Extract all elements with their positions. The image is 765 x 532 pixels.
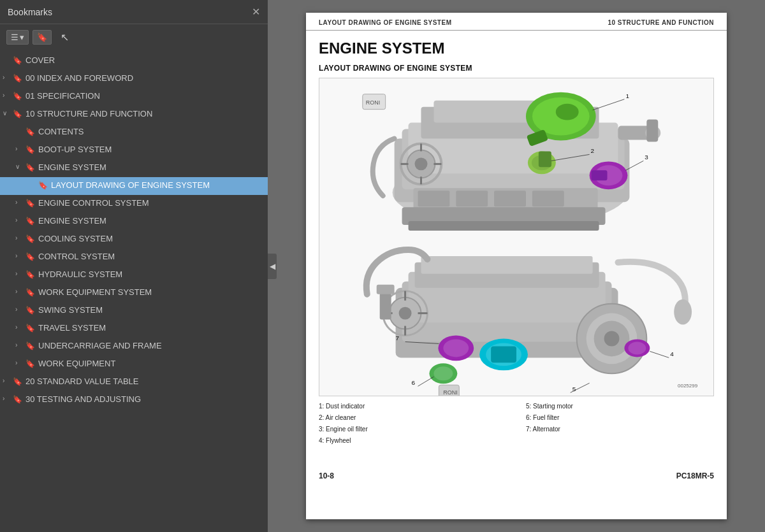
header-right-text: 10 STRUCTURE AND FUNCTION: [608, 19, 714, 26]
expand-arrow-icon: ›: [15, 270, 24, 277]
svg-rect-57: [491, 346, 516, 363]
section-title: LAYOUT DRAWING OF ENGINE SYSTEM: [319, 64, 714, 73]
svg-point-27: [415, 157, 428, 170]
bookmark-icon-toolbar: 🔖: [37, 32, 47, 42]
bookmark-flag-icon: 🔖: [26, 270, 34, 279]
svg-point-46: [399, 307, 412, 320]
engine-svg: 1 2 3: [319, 78, 713, 396]
bookmark-item-workequip[interactable]: ›🔖WORK EQUIPMENT SYSTEM: [0, 284, 268, 302]
document-page: LAYOUT DRAWING OF ENGINE SYSTEM 10 STRUC…: [306, 13, 727, 519]
legend-item: 1: Dust indicator: [319, 401, 507, 412]
bookmark-flag-icon: 🔖: [26, 234, 34, 243]
svg-line-10: [593, 99, 625, 110]
bookmark-flag-icon: 🔖: [13, 74, 22, 83]
bookmark-flag-icon: 🔖: [26, 288, 34, 297]
expand-arrow-icon: ›: [15, 359, 24, 366]
svg-point-67: [433, 366, 453, 380]
bookmark-item-cover[interactable]: 🔖COVER: [0, 52, 268, 70]
svg-rect-19: [592, 170, 608, 180]
svg-text:5: 5: [572, 385, 576, 392]
bookmark-item-bootup[interactable]: ›🔖BOOT-UP SYSTEM: [0, 141, 268, 159]
svg-rect-24: [646, 120, 658, 142]
bookmark-flag-icon: 🔖: [26, 127, 34, 136]
bookmark-item-index[interactable]: ›🔖00 INDEX AND FOREWORD: [0, 70, 268, 88]
legend-item: 3: Engine oil filter: [319, 424, 507, 435]
bookmark-item-testing[interactable]: ›🔖30 TESTING AND ADJUSTING: [0, 391, 268, 409]
bookmark-item-engine-control[interactable]: ›🔖ENGINE CONTROL SYSTEM: [0, 195, 268, 213]
bookmark-flag-icon: 🔖: [38, 181, 47, 190]
bookmark-item-layout-engine[interactable]: 🔖LAYOUT DRAWING OF ENGINE SYSTEM: [0, 177, 268, 195]
close-bookmarks-button[interactable]: ✕: [252, 7, 260, 17]
bookmark-flag-icon: 🔖: [26, 341, 34, 350]
diagram-code: 0025299: [678, 383, 698, 389]
svg-text:RONI: RONI: [443, 389, 457, 396]
bookmark-label: WORK EQUIPMENT SYSTEM: [38, 287, 263, 298]
bookmark-label: BOOT-UP SYSTEM: [38, 145, 263, 155]
expand-arrow-icon: ›: [15, 252, 24, 259]
diagram-legend: 1: Dust indicator5: Starting motor2: Air…: [319, 401, 714, 446]
bookmark-label: 10 STRUCTURE AND FUNCTION: [26, 109, 263, 120]
svg-text:2: 2: [591, 147, 595, 154]
bookmarks-header: Bookmarks ✕: [0, 0, 268, 24]
expand-arrow-icon: ›: [3, 74, 11, 81]
bookmark-item-swing[interactable]: ›🔖SWING SYSTEM: [0, 302, 268, 320]
bookmark-label: WORK EQUIPMENT: [38, 359, 263, 370]
expand-arrow-icon: ›: [15, 288, 24, 295]
bookmark-flag-icon: 🔖: [13, 56, 22, 65]
svg-text:7: 7: [396, 334, 400, 341]
bookmark-item-stdvalue[interactable]: ›🔖20 STANDARD VALUE TABLE: [0, 373, 268, 391]
bookmark-tree: 🔖COVER›🔖00 INDEX AND FOREWORD›🔖01 SPECIF…: [0, 50, 268, 532]
expand-arrow-icon: ›: [15, 306, 24, 313]
svg-point-72: [674, 299, 692, 325]
svg-rect-43: [421, 256, 592, 274]
expand-arrow-icon: ›: [3, 395, 11, 402]
bookmark-label: COOLING SYSTEM: [38, 234, 263, 245]
legend-item: 6: Fuel filter: [526, 413, 714, 423]
bookmark-item-cooling[interactable]: ›🔖COOLING SYSTEM: [0, 231, 268, 248]
svg-rect-76: [377, 285, 395, 294]
svg-text:4: 4: [670, 350, 674, 357]
bookmark-label: ENGINE SYSTEM: [38, 216, 263, 227]
bookmark-item-travel[interactable]: ›🔖TRAVEL SYSTEM: [0, 320, 268, 338]
bookmark-item-structure[interactable]: ∨🔖10 STRUCTURE AND FUNCTION: [0, 106, 268, 124]
bookmark-label: LAYOUT DRAWING OF ENGINE SYSTEM: [51, 180, 263, 191]
bookmark-item-spec[interactable]: ›🔖01 SPECIFICATION: [0, 88, 268, 106]
svg-point-52: [443, 339, 469, 357]
bookmark-flag-icon: 🔖: [13, 92, 22, 101]
bookmark-flag-icon: 🔖: [26, 199, 34, 208]
bookmark-label: 20 STANDARD VALUE TABLE: [26, 377, 263, 387]
bookmark-flag-icon: 🔖: [26, 163, 34, 172]
svg-point-63: [628, 341, 646, 354]
expand-arrow-icon: ›: [15, 217, 24, 224]
svg-text:1: 1: [625, 92, 629, 99]
document-header: LAYOUT DRAWING OF ENGINE SYSTEM 10 STRUC…: [306, 13, 727, 31]
bookmark-label: HYDRAULIC SYSTEM: [38, 270, 263, 280]
bookmark-label: 30 TESTING AND ADJUSTING: [26, 394, 263, 405]
engine-diagram: 1 2 3: [319, 78, 714, 396]
legend-item: 5: Starting motor: [526, 401, 714, 412]
bookmark-item-workequip2[interactable]: ›🔖WORK EQUIPMENT: [0, 356, 268, 373]
cursor-icon: ↖: [61, 31, 69, 43]
bookmarks-title: Bookmarks: [8, 7, 52, 17]
list-view-button[interactable]: ☰ ▾: [6, 30, 29, 45]
expand-arrow-icon: ›: [3, 92, 11, 99]
bookmark-item-engine-sys2[interactable]: ›🔖ENGINE SYSTEM: [0, 213, 268, 231]
bookmark-item-control[interactable]: ›🔖CONTROL SYSTEM: [0, 248, 268, 266]
expand-arrow-icon: ∨: [3, 110, 11, 117]
bookmark-item-undercarriage[interactable]: ›🔖UNDERCARRIAGE AND FRAME: [0, 338, 268, 356]
svg-rect-35: [494, 191, 526, 206]
bookmark-flag-icon: 🔖: [26, 252, 34, 261]
bookmark-label: 00 INDEX AND FOREWORD: [26, 73, 263, 84]
header-left-text: LAYOUT DRAWING OF ENGINE SYSTEM: [319, 19, 451, 26]
bookmark-flag-icon: 🔖: [26, 306, 34, 315]
bookmark-view-button[interactable]: 🔖: [33, 30, 52, 45]
svg-rect-36: [532, 191, 564, 206]
bookmark-item-enginesys[interactable]: ∨🔖ENGINE SYSTEM: [0, 159, 268, 177]
page-number: 10-8: [319, 471, 334, 480]
bookmark-item-hydraulic[interactable]: ›🔖HYDRAULIC SYSTEM: [0, 266, 268, 284]
collapse-panel-button[interactable]: ◀: [268, 254, 277, 279]
dropdown-arrow-icon: ▾: [20, 32, 24, 42]
svg-rect-34: [456, 191, 488, 206]
bookmarks-toolbar: ☰ ▾ 🔖 ↖: [0, 24, 268, 50]
bookmark-item-contents[interactable]: 🔖CONTENTS: [0, 124, 268, 141]
